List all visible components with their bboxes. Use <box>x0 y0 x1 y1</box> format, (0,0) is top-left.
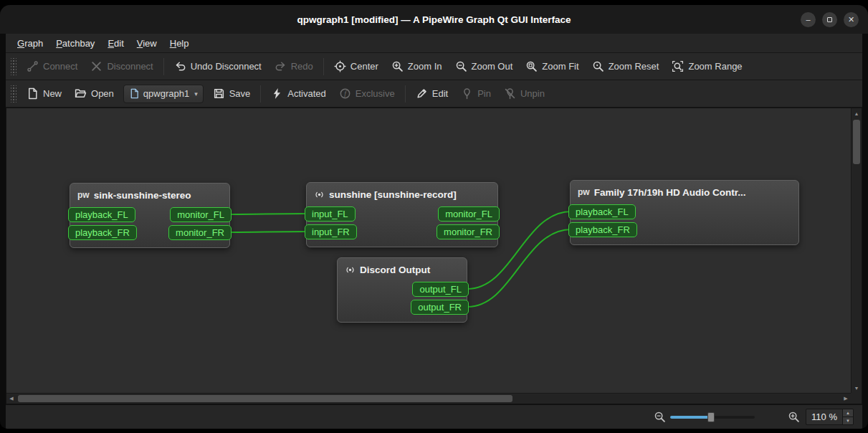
window-title: qpwgraph1 [modified] — A PipeWire Graph … <box>297 14 571 25</box>
zoom-spinbox[interactable]: 110 % ▲ ▼ <box>806 409 854 425</box>
titlebar[interactable]: qpwgraph1 [modified] — A PipeWire Graph … <box>0 5 868 34</box>
menu-graph[interactable]: Graph <box>11 36 49 51</box>
edit-button[interactable]: Edit <box>409 83 454 105</box>
lightning-icon <box>271 87 283 100</box>
undo-disconnect-button[interactable]: Undo Disconnect <box>168 56 268 77</box>
maximize-icon <box>827 17 832 22</box>
zoom-range-label: Zoom Range <box>688 61 742 72</box>
unpin-icon <box>504 87 516 100</box>
port-output[interactable]: monitor_FR <box>168 225 232 240</box>
center-icon <box>334 60 346 72</box>
center-button[interactable]: Center <box>328 56 385 77</box>
new-file-icon <box>27 87 39 100</box>
zoom-spin-down-button[interactable]: ▼ <box>843 417 853 424</box>
disconnect-button: Disconnect <box>84 56 159 77</box>
zoom-reset-button[interactable]: Zoom Reset <box>586 56 666 77</box>
node-header[interactable]: sunshine [sunshine-record] <box>307 183 497 206</box>
node-title: sunshine [sunshine-record] <box>329 189 457 200</box>
connect-button: Connect <box>20 56 84 77</box>
save-button[interactable]: Save <box>206 83 257 105</box>
port-row: playback_FR <box>571 222 798 237</box>
port-input[interactable]: input_FR <box>305 224 357 239</box>
port-list: playback_FL playback_FR <box>571 204 798 244</box>
zoom-spin-up-button[interactable]: ▲ <box>843 409 853 417</box>
close-button[interactable]: ✕ <box>844 12 859 27</box>
svg-text:f: f <box>344 90 347 97</box>
port-output[interactable]: monitor_FL <box>170 207 232 222</box>
zoom-in-icon <box>391 60 404 72</box>
node-discord-output[interactable]: Discord Output output_FL output_FR <box>337 257 467 323</box>
zoom-in-mini-icon[interactable] <box>788 411 800 423</box>
port-input[interactable]: playback_FR <box>568 222 637 237</box>
port-input[interactable]: playback_FL <box>68 207 135 222</box>
close-icon: ✕ <box>848 16 854 24</box>
open-button[interactable]: Open <box>68 83 120 105</box>
maximize-button[interactable] <box>822 12 837 27</box>
port-row: playback_FL <box>571 204 798 219</box>
center-label: Center <box>350 61 378 72</box>
menu-patchbay[interactable]: Patchbay <box>49 36 101 51</box>
edit-label: Edit <box>432 88 448 99</box>
zoom-fit-label: Zoom Fit <box>542 61 578 72</box>
toolbar-grip[interactable] <box>11 85 16 103</box>
pipewire-icon: pw <box>578 187 590 197</box>
menu-view[interactable]: View <box>130 36 163 51</box>
node-sink-sunshine-stereo[interactable]: pw sink-sunshine-stereo playback_FL moni… <box>70 183 230 248</box>
zoom-out-button[interactable]: Zoom Out <box>449 56 520 77</box>
node-header[interactable]: pw sink-sunshine-stereo <box>70 184 229 206</box>
vertical-scrollbar[interactable]: ▲ ▼ <box>851 108 862 393</box>
zoom-reset-icon <box>592 60 604 72</box>
node-header[interactable]: Discord Output <box>338 258 467 281</box>
toolbar-grip[interactable] <box>11 58 16 75</box>
connection-line[interactable] <box>230 214 307 214</box>
zoom-range-button[interactable]: Zoom Range <box>665 56 748 77</box>
scroll-right-arrow[interactable]: ▶ <box>841 394 851 404</box>
menu-edit[interactable]: Edit <box>101 36 130 51</box>
save-label: Save <box>229 88 251 99</box>
activated-button[interactable]: Activated <box>264 83 332 105</box>
node-title: sink-sunshine-stereo <box>94 190 191 201</box>
node-sunshine-record[interactable]: sunshine [sunshine-record] input_FL moni… <box>306 182 498 247</box>
port-input[interactable]: input_FL <box>305 206 356 222</box>
save-icon <box>213 87 225 100</box>
connect-icon <box>27 60 39 72</box>
graph-canvas[interactable]: pw sink-sunshine-stereo playback_FL moni… <box>6 108 862 404</box>
zoom-in-label: Zoom In <box>408 61 442 72</box>
zoom-fit-icon <box>525 60 538 72</box>
port-output[interactable]: monitor_FL <box>438 206 500 222</box>
connection-line[interactable] <box>230 232 307 232</box>
zoom-slider-handle[interactable] <box>707 412 715 422</box>
node-family-hd-audio[interactable]: pw Family 17h/19h HD Audio Contr... play… <box>570 180 799 245</box>
toolbar-separator <box>260 85 261 103</box>
minimize-icon: – <box>806 16 810 24</box>
connection-lines <box>6 108 862 404</box>
port-output[interactable]: monitor_FR <box>437 224 500 239</box>
scroll-down-arrow[interactable]: ▼ <box>852 383 862 393</box>
zoom-fit-button[interactable]: Zoom Fit <box>519 56 585 77</box>
horizontal-scrollbar[interactable]: ◀ ▶ <box>6 393 851 404</box>
port-input[interactable]: playback_FL <box>568 204 636 219</box>
port-input[interactable]: playback_FR <box>68 225 137 240</box>
zoom-out-mini-icon[interactable] <box>654 411 666 423</box>
scroll-left-arrow[interactable]: ◀ <box>6 394 16 404</box>
scroll-up-arrow[interactable]: ▲ <box>852 108 862 118</box>
menu-help[interactable]: Help <box>163 36 196 51</box>
minimize-button[interactable]: – <box>801 12 816 27</box>
horizontal-scrollbar-thumb[interactable] <box>18 395 512 402</box>
zoom-in-button[interactable]: Zoom In <box>385 56 449 77</box>
zoom-value[interactable]: 110 % <box>806 409 842 424</box>
patchbay-file-icon <box>129 88 140 99</box>
patchbay-selector[interactable]: qpwgraph1 ▾ <box>123 85 204 103</box>
zoom-out-icon <box>455 60 467 72</box>
node-header[interactable]: pw Family 17h/19h HD Audio Contr... <box>571 181 798 204</box>
stream-icon <box>314 189 325 200</box>
zoom-slider[interactable] <box>670 411 755 423</box>
port-output[interactable]: output_FL <box>412 282 469 297</box>
node-title: Family 17h/19h HD Audio Contr... <box>594 187 746 198</box>
new-button[interactable]: New <box>20 83 68 105</box>
undo-disconnect-label: Undo Disconnect <box>191 61 262 72</box>
graph-toolbar: Connect Disconnect Undo Disconnect Redo <box>6 53 862 80</box>
port-output[interactable]: output_FR <box>411 300 469 315</box>
vertical-scrollbar-thumb[interactable] <box>853 120 860 164</box>
qpwgraph-window: qpwgraph1 [modified] — A PipeWire Graph … <box>0 5 868 429</box>
